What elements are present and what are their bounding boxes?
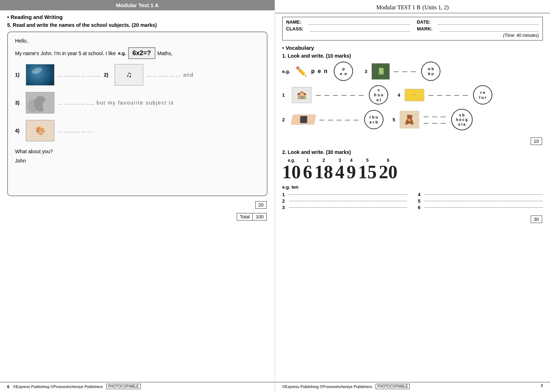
numbers-display: e.g. 10 1 6 2 18 3 4 4 9 5 15 6 20 [282,158,543,182]
item-2-num: 2 [282,117,288,122]
vocab-section: Vocabulary [282,45,543,51]
write-words-section: e.g. ten 1 2 3 4 [282,184,543,211]
ruler-image: 📏 [405,89,424,101]
col-5: 5 15 [358,158,377,182]
pen-word: p e n [311,68,328,74]
vocab-exercise: e.g. ✏️ p e n pe n 3 📗 — — — o bk o 1 🏫 … [282,62,543,132]
left-header: Modular Test 1 A [0,0,275,10]
vocab-row-2-5: 2 ⬛ — — — — — r b ue r b 5 🧸 — — — — — —… [282,109,543,130]
write-item-3: 3 [282,205,407,210]
book-cluster: o bk o [421,62,440,81]
total-row: Total 100 [7,212,267,222]
item-4-dots: ………………. [58,128,95,134]
school-cluster: ch s oo l [369,85,388,105]
col-3: 3 4 [335,158,344,182]
letter-body-text: My name's John. I'm in year 5 at school.… [15,50,116,56]
eraser-cluster: r b ue r b [364,110,383,129]
item-3-line: 3) ………………, but my favourite subject is [15,92,260,113]
write-item-6: 6 [418,205,543,210]
item-5-num: 5 [393,117,395,122]
music-image: ♫ [115,64,143,86]
item-4-line: 4) 🎨 ………………. [15,120,260,141]
q5-text: 5. Read and write the names of the schoo… [7,22,157,28]
name-date-row: NAME: DATE: [286,19,539,25]
intro-line: My name's John. I'm in year 5 at school.… [15,47,260,59]
vocab-row-eg-3: e.g. ✏️ p e n pe n 3 📗 — — — o bk o [282,62,543,81]
q2-score-row: 30 [282,214,543,224]
total-value: 100 [253,213,266,220]
ruler-cluster: r el u r [473,85,492,105]
left-footer: 6 ©Express Publishing ©Prosveshcheniye P… [0,382,275,389]
eg-label-r: e.g. [282,69,291,74]
paint-image: 🎨 [26,120,54,141]
date-label: DATE: [417,19,431,25]
item-2-label: 2) [104,72,111,78]
write-item-2: 2 [282,198,407,204]
right-page: Modular TEST 1 B (Units 1, 2) NAME: DATE… [275,0,550,392]
info-box: NAME: DATE: CLASS: MARK: (Time: 40 minut… [282,17,543,40]
mark-dots [440,26,539,32]
eg-label-left: e.g. [118,50,126,56]
col-eg: e.g. 10 [282,158,301,182]
score-box-20: 20 [255,201,267,209]
date-dots [438,19,539,25]
item-4-num: 4 [397,92,400,98]
write-item-4: 4 [418,192,543,197]
section-label: Reading and Writing [10,14,63,20]
right-photocopiable: PHOTOCOPIABLE [376,384,410,389]
item-3-dashes: — — — [394,68,417,74]
write-item-1: 1 [282,192,407,197]
item-1-line: 1) …………………, 2) ♫ ……………… and [15,64,260,86]
letter-hello: Hello, [15,38,260,44]
eg-ten-line: e.g. ten [282,184,543,190]
write-col-right: 4 5 6 [418,191,543,211]
reading-writing-section: Reading and Writing [7,14,267,20]
name-dots [309,19,410,25]
stone-image [26,92,54,113]
right-footer: ©Express Publishing ©Prosveshcheniye Pub… [275,382,550,389]
teddy-cluster: s bh o c go l a [451,109,473,130]
q2-score-box: 30 [531,216,542,223]
reading-box: Hello, My name's John. I'm in year 5 at … [7,32,267,196]
letter-ending: What about you? John [15,149,260,164]
what-about-you: What about you? [15,149,260,154]
right-page-num: 7 [541,384,543,389]
item-3-num: 3 [365,69,367,74]
item-5-dashes-wrap: — — — — — — [424,113,447,126]
item-1-dashes: — — — — — — [316,92,365,98]
item-5-dashes-1: — — — [424,113,447,119]
score-20-value: 20 [256,202,266,208]
item-5-dashes-2: — — — [424,120,447,126]
question-5-title: 5. Read and write the names of the schoo… [7,22,267,28]
write-item-5: 5 [418,198,543,204]
q2-title: 2. Look and write. (30 marks) [282,149,543,155]
class-dots [310,26,410,32]
item-2-dots: ……………… and [147,72,194,78]
left-header-text: Modular Test 1 A [116,2,159,8]
col-6: 6 20 [379,158,397,182]
book-image: 📗 [372,63,390,79]
item-2-dashes: — — — — — [319,117,360,122]
total-label: Total [237,213,253,220]
pencil-icon: ✏️ [295,66,307,77]
mark-label: MARK: [417,26,433,32]
time-note: (Time: 40 minutes) [286,33,539,38]
q2-score-value: 30 [531,216,542,223]
q1-title: 1. Look and write. (10 marks) [282,53,543,59]
write-col-left: 1 2 3 [282,191,407,211]
item-3-dots: ………………, but my favourite subject is [58,100,174,106]
item-3-label: 3) [15,100,22,106]
right-title-text: Modular TEST 1 B [376,4,420,10]
right-header-title: Modular TEST 1 B (Units 1, 2) [275,2,550,11]
left-footer-copy: ©Express Publishing ©Prosveshcheniye Pub… [13,384,103,389]
col-2: 2 18 [314,158,333,182]
item-4-label: 4) [15,128,22,134]
pen-cluster: pe n [334,62,353,81]
class-mark-row: CLASS: MARK: [286,26,539,32]
eraser-image: ⬛ [291,115,316,125]
write-columns: 1 2 3 4 5 [282,191,543,211]
svg-point-2 [43,100,53,112]
maths-label: Maths, [158,50,173,56]
school-image: 🏫 [292,87,312,103]
score-row: 20 [7,200,267,210]
